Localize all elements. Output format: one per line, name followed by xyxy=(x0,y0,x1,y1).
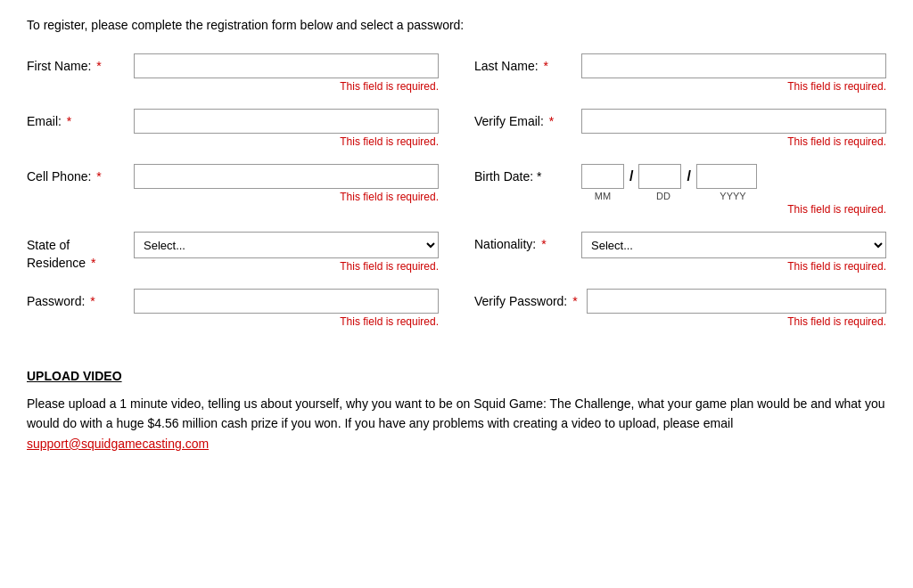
last-name-error: This field is required. xyxy=(581,80,886,93)
upload-description: Please upload a 1 minute video, telling … xyxy=(27,394,886,453)
state-residence-required: * xyxy=(91,256,95,270)
verify-password-input[interactable] xyxy=(587,289,886,314)
state-residence-group: State of Residence * Select... This fiel… xyxy=(27,232,439,273)
email-label: Email: * xyxy=(27,109,125,128)
birth-date-error: This field is required. xyxy=(581,203,886,216)
last-name-wrapper: This field is required. xyxy=(581,53,886,93)
first-name-group: First Name: * This field is required. xyxy=(27,53,439,93)
state-residence-wrapper: Select... This field is required. xyxy=(134,232,439,273)
verify-email-required: * xyxy=(549,114,554,128)
verify-password-wrapper: This field is required. xyxy=(587,289,886,328)
birth-year-input[interactable] xyxy=(696,164,757,189)
password-wrapper: This field is required. xyxy=(134,289,439,328)
birth-sub-labels: MM DD YYYY xyxy=(581,191,886,201)
first-name-error: This field is required. xyxy=(134,80,439,93)
email-input[interactable] xyxy=(134,109,439,134)
state-residence-select[interactable]: Select... xyxy=(134,232,439,258)
last-name-label: Last Name: * xyxy=(474,53,572,73)
email-group: Email: * This field is required. xyxy=(27,109,439,148)
password-group: Password: * This field is required. xyxy=(27,289,439,328)
last-name-required: * xyxy=(543,59,547,73)
nationality-group: Nationality: * Select... This field is r… xyxy=(474,232,886,273)
email-wrapper: This field is required. xyxy=(134,109,439,148)
nationality-wrapper: Select... This field is required. xyxy=(581,232,886,273)
birth-date-label: Birth Date: * xyxy=(474,164,572,184)
last-name-group: Last Name: * This field is required. xyxy=(474,53,886,93)
state-residence-error: This field is required. xyxy=(134,260,439,273)
nationality-select[interactable]: Select... xyxy=(581,232,886,258)
birth-date-inputs: / / xyxy=(581,164,886,189)
nationality-required: * xyxy=(541,237,546,251)
support-email-link[interactable]: support@squidgamecasting.com xyxy=(27,437,209,451)
birth-yyyy-sublabel: YYYY xyxy=(703,191,763,201)
cell-phone-input[interactable] xyxy=(134,164,439,189)
intro-text: To register, please complete the registr… xyxy=(27,18,886,32)
cell-phone-wrapper: This field is required. xyxy=(134,164,439,203)
upload-title: UPLOAD VIDEO xyxy=(27,369,886,383)
email-required: * xyxy=(67,114,71,128)
state-residence-label: State of Residence * xyxy=(27,232,125,272)
email-error: This field is required. xyxy=(134,135,439,148)
verify-password-label: Verify Password: * xyxy=(474,289,578,308)
birth-date-required: * xyxy=(537,169,541,184)
birth-month-input[interactable] xyxy=(581,164,624,189)
birth-dd-sublabel: DD xyxy=(642,191,685,201)
nationality-label: Nationality: * xyxy=(474,232,572,251)
password-input[interactable] xyxy=(134,289,439,314)
birth-date-fields: / / MM DD YYYY This field is required. xyxy=(581,164,886,216)
first-name-wrapper: This field is required. xyxy=(134,53,439,93)
cell-phone-label: Cell Phone: * xyxy=(27,164,125,184)
birth-sep-2: / xyxy=(685,168,692,184)
cell-phone-required: * xyxy=(96,169,101,184)
verify-email-input[interactable] xyxy=(581,109,886,134)
verify-email-label: Verify Email: * xyxy=(474,109,572,128)
birth-date-group: Birth Date: * / / MM DD YYYY This field … xyxy=(474,164,886,216)
verify-password-required: * xyxy=(572,294,577,308)
password-required: * xyxy=(90,294,95,308)
password-error: This field is required. xyxy=(134,315,439,328)
first-name-input[interactable] xyxy=(134,53,439,78)
birth-sep-1: / xyxy=(628,168,635,184)
registration-form: First Name: * This field is required. La… xyxy=(27,53,886,344)
first-name-label: First Name: * xyxy=(27,53,125,73)
verify-email-error: This field is required. xyxy=(581,135,886,148)
verify-password-error: This field is required. xyxy=(587,315,886,328)
upload-section: UPLOAD VIDEO Please upload a 1 minute vi… xyxy=(27,369,886,453)
verify-email-wrapper: This field is required. xyxy=(581,109,886,148)
birth-day-input[interactable] xyxy=(638,164,681,189)
last-name-input[interactable] xyxy=(581,53,886,78)
verify-password-group: Verify Password: * This field is require… xyxy=(474,289,886,328)
cell-phone-group: Cell Phone: * This field is required. xyxy=(27,164,439,216)
cell-phone-error: This field is required. xyxy=(134,191,439,203)
birth-mm-sublabel: MM xyxy=(581,191,624,201)
password-label: Password: * xyxy=(27,289,125,308)
first-name-required: * xyxy=(96,59,101,73)
verify-email-group: Verify Email: * This field is required. xyxy=(474,109,886,148)
nationality-error: This field is required. xyxy=(581,260,886,273)
